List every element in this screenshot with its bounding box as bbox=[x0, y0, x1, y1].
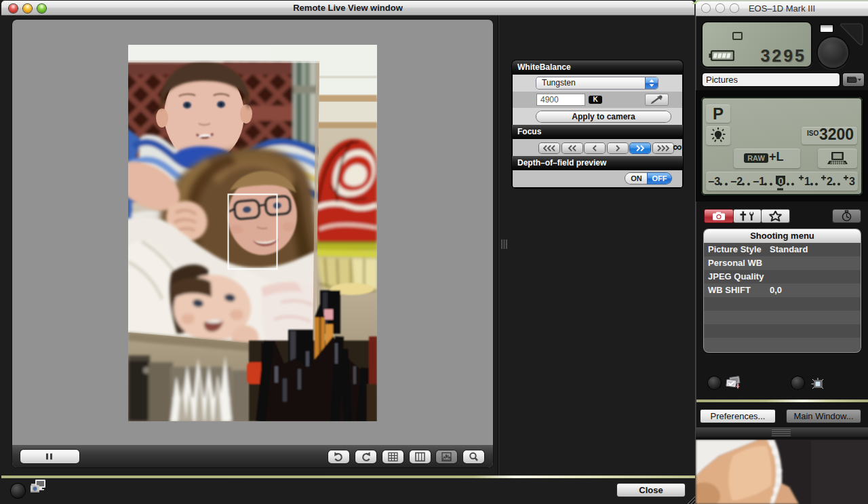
svg-text:−1: −1 bbox=[753, 176, 765, 187]
svg-text:−2: −2 bbox=[730, 176, 743, 187]
svg-text:3: 3 bbox=[849, 176, 855, 187]
svg-text:0: 0 bbox=[778, 175, 783, 187]
svg-text:2: 2 bbox=[827, 176, 833, 187]
svg-text:−3: −3 bbox=[708, 176, 720, 187]
svg-text:1: 1 bbox=[804, 176, 810, 187]
